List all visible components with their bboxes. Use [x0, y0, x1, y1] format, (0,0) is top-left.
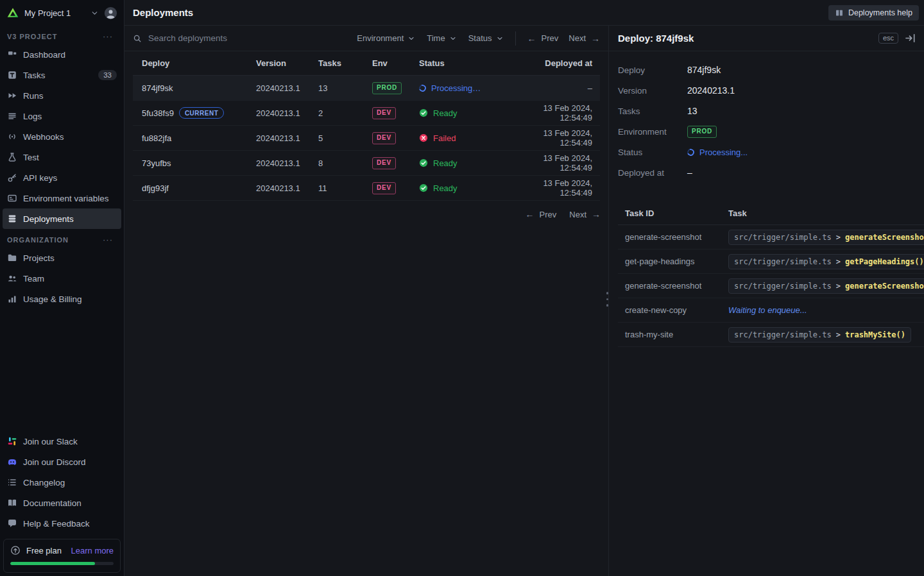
sidebar-item-help-feedback[interactable]: Help & Feedback	[3, 513, 121, 534]
status-cell: Ready	[419, 183, 522, 193]
chevron-down-icon	[449, 35, 457, 42]
sidebar-item-documentation[interactable]: Documentation	[3, 493, 121, 513]
deployment-row[interactable]: fu882jfa20240213.15DEVFailed13 Feb 2024,…	[133, 126, 600, 151]
arrow-left-icon: ←	[526, 209, 535, 219]
sidebar-item-join-our-slack[interactable]: Join our Slack	[3, 431, 121, 452]
deploy-property-row: StatusProcessing...	[618, 142, 915, 162]
sidebar-item-tasks[interactable]: Tasks33	[3, 65, 121, 85]
environment-filter-dropdown[interactable]: Environment	[357, 33, 415, 43]
org-section-menu-button[interactable]: ···	[99, 236, 117, 244]
time-filter-dropdown[interactable]: Time	[427, 33, 456, 43]
filter-dropdowns: EnvironmentTimeStatus	[357, 33, 503, 43]
divider	[515, 31, 516, 46]
env-cell: DEV	[372, 157, 419, 169]
deployed-at-cell: 13 Feb 2024, 12:54:49	[522, 103, 600, 123]
project-section-menu-button[interactable]: ···	[99, 33, 117, 40]
task-function-name: generateScreenshot()	[845, 233, 924, 242]
status-label: Ready	[433, 158, 458, 168]
project-selector[interactable]: My Project 1	[0, 0, 124, 26]
projects-icon	[7, 253, 17, 263]
deployed-at-cell: 13 Feb 2024, 12:54:49	[522, 128, 600, 148]
changelog-icon	[7, 477, 17, 487]
sidebar-item-dashboard[interactable]: Dashboard	[3, 44, 121, 65]
task-waiting-status: Waiting to enqueue...	[728, 305, 807, 315]
sidebar-item-join-our-discord[interactable]: Join our Discord	[3, 452, 121, 472]
next-page-button[interactable]: Next →	[569, 33, 600, 44]
sidebar-item-projects[interactable]: Projects	[3, 248, 121, 268]
book-icon	[835, 8, 844, 17]
next-page-button[interactable]: Next →	[569, 209, 601, 219]
panel-header: Deploy: 874jf9sk esc	[609, 26, 924, 51]
main-area: Deployments Deployments help	[124, 0, 924, 576]
sidebar-item-label: Join our Discord	[23, 457, 86, 467]
status-filter-dropdown[interactable]: Status	[468, 33, 504, 43]
env-vars-icon	[7, 193, 17, 203]
deploy-property-row: Tasks13	[618, 101, 915, 121]
task-row: create-new-copyWaiting to enqueue...	[618, 298, 924, 323]
status-label: Processing...	[699, 148, 748, 157]
sidebar-item-environment-variables[interactable]: Environment variables	[3, 188, 121, 208]
separator: >	[836, 330, 841, 339]
property-label: Version	[618, 86, 687, 96]
column-header: Task	[721, 208, 924, 218]
runs-icon	[7, 90, 17, 101]
version-cell: 20240213.1	[256, 158, 318, 168]
sidebar-item-webhooks[interactable]: Webhooks	[3, 126, 121, 147]
deployment-row[interactable]: 73yufbs20240213.18DEVReady13 Feb 2024, 1…	[133, 151, 600, 176]
sidebar-item-label: Projects	[23, 253, 55, 263]
sidebar-item-usage-billing[interactable]: Usage & Billing	[3, 289, 121, 309]
env-badge: DEV	[372, 157, 396, 169]
deployments-help-button[interactable]: Deployments help	[828, 5, 919, 21]
property-value: 13	[687, 106, 915, 116]
search-box	[133, 33, 346, 44]
table-body: 874jf9sk20240213.113PRODProcessing…–5fu3…	[133, 76, 600, 201]
deploy-cell: fu882jfa	[133, 133, 256, 143]
sidebar-item-label: Tasks	[23, 71, 46, 80]
plan-box: Free plan Learn more	[3, 539, 121, 573]
sidebar-item-runs[interactable]: Runs	[3, 85, 121, 106]
search-input[interactable]	[147, 33, 346, 44]
task-file-path: src/trigger/simple.ts	[734, 257, 832, 266]
sidebar-nav: V3 PROJECT ··· DashboardTasks33RunsLogsW…	[0, 26, 124, 576]
deployed-at-cell: 13 Feb 2024, 12:54:49	[522, 178, 600, 198]
prev-page-button[interactable]: ← Prev	[526, 209, 557, 219]
sidebar-item-team[interactable]: Team	[3, 268, 121, 289]
learn-more-link[interactable]: Learn more	[71, 546, 114, 555]
user-avatar[interactable]	[104, 6, 117, 20]
deployment-row[interactable]: dfjg93jf20240213.111DEVReady13 Feb 2024,…	[133, 176, 600, 201]
task-row: generate-screenshotsrc/trigger/simple.ts…	[618, 274, 924, 298]
status-cell: Processing…	[419, 83, 522, 93]
env-cell: DEV	[372, 107, 419, 119]
property-label: Tasks	[618, 106, 687, 116]
deployments-icon	[7, 214, 17, 224]
task-file-path: src/trigger/simple.ts	[734, 233, 832, 242]
prev-page-button[interactable]: ← Prev	[527, 33, 559, 44]
separator: >	[836, 282, 841, 291]
sidebar-item-deployments[interactable]: Deployments	[3, 208, 121, 229]
tasks-cell: 2	[318, 108, 372, 118]
property-value: PROD	[687, 126, 915, 138]
close-panel-icon	[905, 33, 916, 44]
column-header: Env	[372, 58, 419, 68]
task-id: trash-my-site	[618, 330, 721, 339]
panel-resize-handle[interactable]	[606, 292, 609, 307]
task-code-badge: src/trigger/simple.ts>trashMySite()	[728, 327, 911, 343]
sidebar-item-changelog[interactable]: Changelog	[3, 472, 121, 493]
sidebar-item-label: Join our Slack	[23, 437, 78, 446]
sidebar-item-test[interactable]: Test	[3, 147, 121, 167]
sidebar-item-label: Dashboard	[23, 50, 65, 60]
sidebar-item-api-keys[interactable]: API keys	[3, 167, 121, 188]
status-label: Ready	[433, 183, 458, 193]
deployment-row[interactable]: 874jf9sk20240213.113PRODProcessing…–	[133, 76, 600, 101]
sidebar-item-logs[interactable]: Logs	[3, 106, 121, 126]
sidebar-item-label: Help & Feedback	[23, 519, 90, 529]
deployment-row[interactable]: 5fu38fs9CURRENT20240213.12DEVReady13 Feb…	[133, 101, 600, 126]
task-id: get-page-headings	[618, 257, 721, 266]
section-head-project: V3 PROJECT ···	[3, 26, 121, 44]
close-panel-button[interactable]	[905, 33, 916, 44]
footer-nav-list: Join our SlackJoin our DiscordChangelogD…	[3, 431, 121, 534]
task-id: generate-screenshot	[618, 232, 721, 242]
property-value: 20240213.1	[687, 85, 915, 96]
tasks-cell: 5	[318, 133, 372, 143]
sidebar-item-label: Usage & Billing	[23, 294, 82, 304]
